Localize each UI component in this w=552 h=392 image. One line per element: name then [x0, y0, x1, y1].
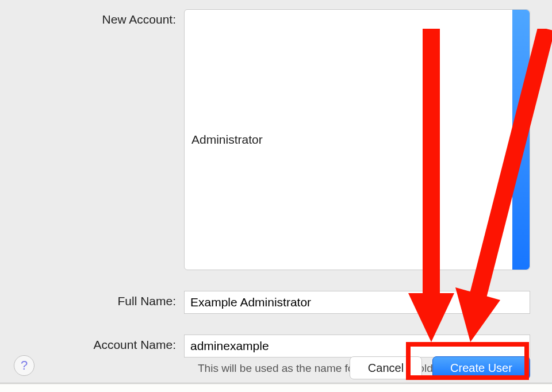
- new-account-label: New Account:: [0, 13, 176, 26]
- create-user-button-label: Create User: [450, 362, 512, 375]
- row-full-name: Full Name:: [0, 291, 552, 314]
- full-name-label: Full Name:: [0, 294, 176, 308]
- new-account-selected-value: Administrator: [191, 133, 263, 147]
- row-new-account: New Account: Administrator: [0, 9, 552, 270]
- help-icon: ?: [21, 358, 28, 373]
- dialog-button-row: Cancel Create User: [350, 356, 530, 379]
- help-button[interactable]: ?: [14, 355, 34, 376]
- label-col: New Account:: [0, 9, 184, 26]
- new-account-select[interactable]: Administrator: [184, 9, 530, 270]
- chevron-updown-icon: [512, 10, 530, 270]
- create-user-button[interactable]: Create User: [432, 356, 530, 379]
- account-name-input[interactable]: [184, 335, 530, 358]
- window-bottom-strip: [0, 383, 552, 392]
- full-name-input[interactable]: [184, 291, 530, 314]
- cancel-button[interactable]: Cancel: [350, 356, 422, 379]
- field-col: Administrator: [184, 9, 552, 270]
- cancel-button-label: Cancel: [368, 362, 404, 375]
- create-user-form: New Account: Administrator Full Name: Ac…: [0, 9, 552, 392]
- account-name-label: Account Name:: [0, 338, 176, 352]
